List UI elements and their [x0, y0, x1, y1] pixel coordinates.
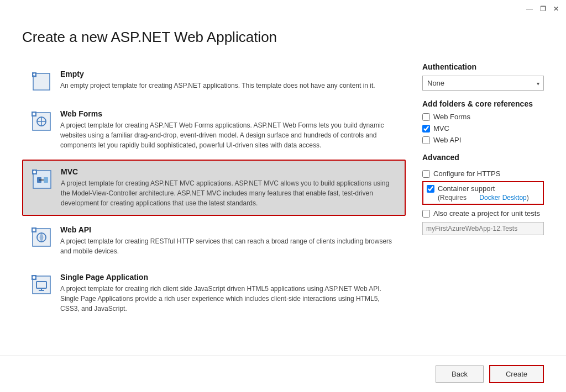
- page-title: Create a new ASP.NET Web Application: [0, 18, 566, 51]
- docker-desktop-link[interactable]: Docker Desktop: [479, 194, 526, 202]
- unit-tests-input[interactable]: [422, 210, 430, 218]
- main-content: Empty An empty project template for crea…: [0, 51, 566, 356]
- template-item-webapi[interactable]: Web API A project template for creating …: [22, 218, 406, 263]
- unit-tests-checkbox[interactable]: Also create a project for unit tests: [422, 209, 544, 218]
- checkbox-webapi-input[interactable]: [422, 136, 430, 144]
- unit-tests-project-name-input[interactable]: [422, 222, 544, 235]
- checkbox-webforms-label: Web Forms: [433, 113, 470, 121]
- template-icon-webapi: [30, 226, 53, 248]
- checkbox-mvc-input[interactable]: [422, 125, 430, 133]
- template-desc-mvc: A project template for creating ASP.NET …: [61, 178, 397, 208]
- authentication-dropdown-container: None Individual User Accounts Work or Sc…: [422, 76, 544, 91]
- checkbox-webapi-label: Web API: [433, 136, 461, 144]
- folders-section: Add folders & core references Web Forms …: [422, 99, 544, 144]
- container-support-label: Container support: [438, 184, 495, 193]
- create-button[interactable]: Create: [489, 365, 544, 383]
- checkbox-mvc[interactable]: MVC: [422, 124, 544, 133]
- configure-https-label: Configure for HTTPS: [433, 169, 500, 178]
- template-name-mvc: MVC: [61, 167, 397, 176]
- template-icon-webforms: [30, 110, 53, 133]
- svg-point-12: [33, 171, 36, 173]
- template-icon-empty: [30, 71, 53, 93]
- template-desc-webapi: A project template for creating RESTful …: [60, 236, 397, 256]
- advanced-label: Advanced: [422, 153, 544, 162]
- main-window: — ❐ ✕ Create a new ASP.NET Web Applicati…: [0, 0, 566, 392]
- svg-point-6: [33, 113, 35, 115]
- template-name-spa: Single Page Application: [60, 273, 397, 282]
- template-desc-spa: A project template for creating rich cli…: [60, 284, 397, 314]
- template-info-spa: Single Page Application A project templa…: [60, 273, 397, 314]
- template-info-webapi: Web API A project template for creating …: [60, 225, 397, 256]
- right-panel: Authentication None Individual User Acco…: [422, 62, 544, 345]
- restore-button[interactable]: ❐: [537, 3, 548, 14]
- container-support-input[interactable]: [427, 185, 434, 193]
- template-item-spa[interactable]: Single Page Application A project templa…: [22, 266, 406, 321]
- checkbox-mvc-label: MVC: [433, 124, 449, 133]
- close-button[interactable]: ✕: [551, 3, 562, 14]
- configure-https-input[interactable]: [422, 170, 430, 178]
- template-list: Empty An empty project template for crea…: [22, 62, 406, 345]
- minimize-button[interactable]: —: [524, 3, 535, 14]
- footer: Back Create: [0, 356, 566, 392]
- svg-point-2: [33, 73, 35, 76]
- authentication-dropdown[interactable]: None Individual User Accounts Work or Sc…: [422, 76, 544, 91]
- title-bar: — ❐ ✕: [0, 0, 566, 18]
- authentication-label: Authentication: [422, 62, 544, 71]
- template-desc-webforms: A project template for creating ASP.NET …: [60, 120, 397, 150]
- template-item-webforms[interactable]: Web Forms A project template for creatin…: [22, 102, 406, 157]
- unit-tests-label: Also create a project for unit tests: [433, 209, 540, 218]
- template-item-mvc[interactable]: MVC A project template for creating ASP.…: [22, 160, 406, 216]
- container-support-checkbox[interactable]: Container support: [427, 184, 539, 193]
- checkbox-webforms-input[interactable]: [422, 113, 430, 121]
- template-item-empty[interactable]: Empty An empty project template for crea…: [22, 62, 406, 100]
- docker-desktop-line: (Requires Docker Desktop): [438, 194, 539, 202]
- advanced-section: Advanced Configure for HTTPS Container s…: [422, 153, 544, 235]
- template-name-webforms: Web Forms: [60, 109, 397, 118]
- template-info-mvc: MVC A project template for creating ASP.…: [61, 167, 397, 208]
- template-name-empty: Empty: [60, 70, 397, 78]
- folders-label: Add folders & core references: [422, 99, 544, 108]
- template-icon-mvc: [31, 168, 53, 190]
- template-info-empty: Empty An empty project template for crea…: [60, 70, 397, 91]
- configure-https-checkbox[interactable]: Configure for HTTPS: [422, 169, 544, 178]
- back-button[interactable]: Back: [436, 365, 484, 383]
- svg-point-22: [33, 276, 35, 279]
- svg-point-18: [33, 229, 35, 231]
- container-support-box: Container support (Requires Docker Deskt…: [422, 181, 544, 205]
- authentication-section: Authentication None Individual User Acco…: [422, 62, 544, 91]
- folders-checkbox-group: Web Forms MVC Web API: [422, 113, 544, 144]
- svg-rect-14: [44, 177, 48, 183]
- checkbox-webforms[interactable]: Web Forms: [422, 113, 544, 121]
- template-desc-empty: An empty project template for creating A…: [60, 81, 397, 91]
- checkbox-webapi[interactable]: Web API: [422, 136, 544, 144]
- template-info-webforms: Web Forms A project template for creatin…: [60, 109, 397, 150]
- template-icon-spa: [30, 274, 53, 296]
- template-name-webapi: Web API: [60, 225, 397, 234]
